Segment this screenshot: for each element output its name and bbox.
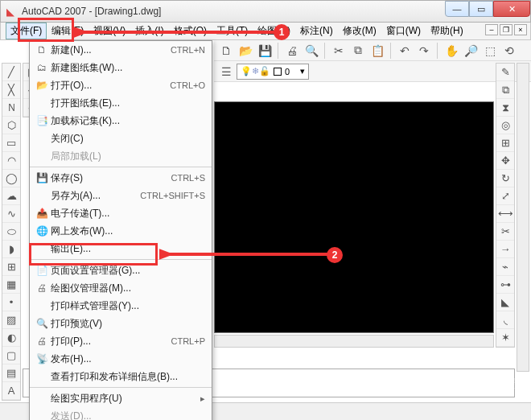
stretch-icon[interactable]: ⟷ [496,205,514,223]
line-icon[interactable]: ╱ [2,64,20,81]
block-icon[interactable]: ▦ [2,276,20,294]
menu-draw[interactable]: 绘图(D) [253,23,295,39]
mtext-icon[interactable]: A [2,382,20,400]
region-icon[interactable]: ▢ [2,347,20,364]
maximize-button[interactable]: ▭ [469,1,493,17]
tb-cut-icon[interactable]: ✂ [330,42,348,60]
tb-preview-icon[interactable]: 🔍 [303,42,320,60]
menu-modify[interactable]: 修改(M) [338,23,381,39]
publish-icon: 📡 [33,353,51,364]
menu-file[interactable]: 文件(F) [6,23,47,39]
close-button[interactable]: ✕ [493,1,530,17]
rotate-icon[interactable]: ↻ [496,170,514,187]
menu-help[interactable]: 帮助(H) [426,23,468,39]
web-icon: 🌐 [33,225,51,237]
menu-new-sheetset[interactable]: 🗂新建图纸集(W)... [30,59,212,76]
tb-redo-icon[interactable]: ↷ [415,42,433,60]
markup-icon: 📑 [33,115,51,126]
scale-icon[interactable]: ⤢ [496,187,514,205]
revcloud-icon[interactable]: ☁ [2,187,20,205]
array-icon[interactable]: ⊞ [496,134,514,152]
tb-pan-icon[interactable]: ✋ [442,42,460,60]
tb-zoomwin-icon[interactable]: ⬚ [481,42,499,60]
standard-toolbar: 🗋 📂 💾 🖨 🔍 ✂ ⧉ 📋 ↶ ↷ ✋ 🔎 ⬚ ⟲ [214,40,531,61]
menu-publish-web[interactable]: 🌐网上发布(W)... [30,222,212,240]
offset-icon[interactable]: ◎ [496,117,514,134]
point-icon[interactable]: • [2,294,20,311]
layer-dropdown[interactable]: 💡 ❄ 🔓 0 ▾ [237,64,309,80]
horizontal-scrollbar[interactable] [214,335,494,348]
tb-save-icon[interactable]: 💾 [256,42,274,60]
rectangle-icon[interactable]: ▭ [2,134,20,152]
extend-icon[interactable]: → [496,241,514,258]
menu-drawing-utils[interactable]: 绘图实用程序(U)▸ [30,389,212,407]
modify-toolbar: ✎ ⧉ ⧗ ◎ ⊞ ✥ ↻ ⤢ ⟷ ✂ → ⌁ ⊶ ◣ ◟ ✶ [496,63,515,348]
hatch-icon[interactable]: ▨ [2,311,20,329]
layer-manager-icon[interactable]: ☰ [217,63,235,80]
gradient-icon[interactable]: ◐ [2,329,20,347]
tb-open-icon[interactable]: 📂 [237,42,254,60]
break-icon[interactable]: ⌁ [496,258,514,276]
menu-export[interactable]: 输出(E)... [30,240,212,257]
menu-plotter-mgr[interactable]: 🖨绘图仪管理器(M)... [30,279,212,297]
menu-close[interactable]: 关闭(C) [30,130,212,147]
copy-obj-icon[interactable]: ⧉ [496,81,514,99]
menu-open[interactable]: 📂打开(O)...CTRL+O [30,76,212,94]
insert-icon[interactable]: ⊞ [2,258,20,276]
tb-plot-icon[interactable]: 🖨 [283,42,301,60]
menu-publish-details[interactable]: 查看打印和发布详细信息(B)... [30,368,212,385]
minimize-button[interactable]: — [445,1,469,17]
fillet-icon[interactable]: ◟ [496,311,514,329]
tb-copy-icon[interactable]: ⧉ [349,42,367,60]
menu-tools[interactable]: 工具(T) [212,23,253,39]
menu-plot-preview[interactable]: 🔍打印预览(V) [30,315,212,332]
circle-icon[interactable]: ◯ [2,170,20,187]
menu-plot-style[interactable]: 打印样式管理器(Y)... [30,297,212,315]
ellipse-icon[interactable]: ⬭ [2,223,20,241]
tb-zoom-icon[interactable]: 🔎 [462,42,480,60]
polyline-icon[interactable]: Ｎ [2,99,20,117]
page-setup-icon: 📄 [33,265,51,276]
menu-open-sheetset[interactable]: 打开图纸集(E)... [30,94,212,112]
tb-zoomprev-icon[interactable]: ⟲ [500,42,518,60]
vertical-scrollbar[interactable] [517,63,529,372]
polygon-icon[interactable]: ⬡ [2,117,20,134]
tb-paste-icon[interactable]: 📋 [368,42,386,60]
etransmit-icon: 📤 [33,208,51,219]
menu-load-markup[interactable]: 📑加载标记集(K)... [30,112,212,130]
sheetset-icon: 🗂 [33,62,51,73]
arc-icon[interactable]: ◠ [2,152,20,170]
tb-new-icon[interactable]: 🗋 [217,42,235,60]
menu-etransmit[interactable]: 📤电子传递(T)... [30,204,212,222]
menu-page-setup[interactable]: 📄页面设置管理器(G)... [30,261,212,279]
menu-plot[interactable]: 🖨打印(P)...CTRL+P [30,332,212,350]
menu-save[interactable]: 💾保存(S)CTRL+S [30,169,212,187]
mdi-restore[interactable]: ❐ [500,24,512,35]
chamfer-icon[interactable]: ◣ [496,294,514,311]
trim-icon[interactable]: ✂ [496,223,514,241]
menu-edit[interactable]: 编辑(E) [47,23,88,39]
menu-publish[interactable]: 📡发布(H)... [30,350,212,368]
table-icon[interactable]: ▤ [2,364,20,382]
menu-new[interactable]: 🗋新建(N)...CTRL+N [30,41,212,59]
ellipsearc-icon[interactable]: ◗ [2,241,20,258]
erase-icon[interactable]: ✎ [496,64,514,81]
join-icon[interactable]: ⊶ [496,276,514,294]
tb-undo-icon[interactable]: ↶ [396,42,414,60]
save-icon: 💾 [33,172,51,183]
menu-insert[interactable]: 插入(I) [130,23,168,39]
mdi-minimize[interactable]: – [485,24,498,35]
move-icon[interactable]: ✥ [496,152,514,170]
menu-save-as[interactable]: 另存为(A)...CTRL+SHIFT+S [30,187,212,204]
menu-view[interactable]: 视图(V) [88,23,130,39]
mdi-close[interactable]: × [514,24,527,35]
drawing-area[interactable] [214,101,494,333]
menu-window[interactable]: 窗口(W) [381,23,426,39]
spline-icon[interactable]: ∿ [2,205,20,223]
chevron-down-icon: ▾ [300,66,305,76]
menu-format[interactable]: 格式(O) [169,23,212,39]
mirror-icon[interactable]: ⧗ [496,99,514,117]
xline-icon[interactable]: ╳ [2,81,20,99]
menu-dimension[interactable]: 标注(N) [295,23,338,39]
explode-icon[interactable]: ✶ [496,329,514,347]
